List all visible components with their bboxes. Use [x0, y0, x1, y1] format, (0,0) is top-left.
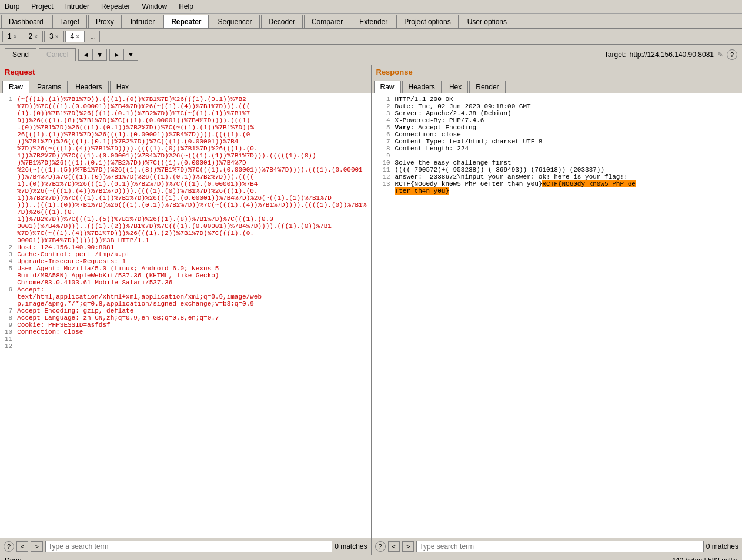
target-url: http://124.156.140.90:8081 — [630, 51, 714, 59]
table-row: 13 RCTF{NO60dy_kn0w5_PhP_6eTter_th4n_y0u… — [374, 180, 740, 195]
session-label-1: 1 — [8, 32, 12, 41]
status-right: 440 bytes | 582 millis — [671, 556, 737, 560]
status-bar: Done 440 bytes | 582 millis — [0, 555, 742, 560]
request-search-help[interactable]: ? — [4, 541, 14, 552]
tab-decoder[interactable]: Decoder — [261, 15, 303, 28]
request-tabs: Raw Params Headers Hex — [0, 79, 371, 93]
response-content[interactable]: 1 HTTP/1.1 200 OK 2 Date: Tue, 02 Jun 20… — [372, 93, 743, 538]
session-label-3: 3 — [49, 32, 54, 41]
forward-button[interactable]: ► — [110, 49, 124, 60]
request-tab-hex[interactable]: Hex — [110, 81, 135, 93]
tab-user-options[interactable]: User options — [460, 15, 514, 28]
nav-buttons: ◄ ▼ — [78, 49, 107, 61]
session-close-2[interactable]: × — [34, 33, 38, 40]
request-search-prev[interactable]: < — [16, 541, 28, 552]
request-search-next[interactable]: > — [31, 541, 42, 552]
session-tab-4[interactable]: 4 × — [65, 31, 85, 42]
response-search-next[interactable]: > — [402, 541, 414, 552]
menu-burp[interactable]: Burp — [2, 1, 22, 12]
request-matches: 0 matches — [335, 542, 367, 551]
table-row: 9 — [374, 152, 740, 159]
table-row: 10 Connection: close — [2, 328, 369, 336]
tab-extender[interactable]: Extender — [352, 15, 395, 28]
request-tab-raw[interactable]: Raw — [2, 81, 29, 93]
back-button[interactable]: ◄ — [79, 49, 93, 60]
request-tab-headers[interactable]: Headers — [69, 81, 108, 93]
table-row: 6 Accept: text/html,application/xhtml+xm… — [2, 286, 369, 307]
response-search-help[interactable]: ? — [375, 541, 386, 552]
tab-project-options[interactable]: Project options — [396, 15, 458, 28]
toolbar: Send Cancel ◄ ▼ ► ▼ Target: http://124.1… — [0, 45, 742, 65]
response-tab-headers[interactable]: Headers — [402, 81, 442, 93]
response-tab-render[interactable]: Render — [469, 81, 505, 93]
table-row: 12 — [2, 343, 369, 350]
request-search-bar: ? < > 0 matches — [0, 538, 371, 555]
tab-comparer[interactable]: Comparer — [304, 15, 350, 28]
table-row: 11 — [2, 336, 369, 343]
session-label-2: 2 — [29, 32, 33, 41]
tab-repeater[interactable]: Repeater — [163, 15, 209, 28]
table-row: 12 answer: –2338672\ninput your answer: … — [374, 173, 740, 180]
menu-intruder[interactable]: Intruder — [63, 1, 92, 12]
table-row: 5 Vary: Accept-Encoding — [374, 124, 740, 131]
main-tabs: Dashboard Target Proxy Intruder Repeater… — [0, 14, 742, 29]
table-row: 8 Content-Length: 224 — [374, 145, 740, 152]
response-tab-hex[interactable]: Hex — [443, 81, 468, 93]
tab-target[interactable]: Target — [52, 15, 87, 28]
response-panel: Response Raw Headers Hex Render 1 HTTP/1… — [372, 65, 743, 555]
session-close-1[interactable]: × — [14, 33, 17, 40]
response-search-bar: ? < > 0 matches — [372, 538, 743, 555]
table-row: 2 Date: Tue, 02 Jun 2020 09:18:00 GMT — [374, 103, 740, 110]
tab-dashboard[interactable]: Dashboard — [1, 15, 51, 28]
response-search-input[interactable] — [416, 541, 703, 552]
menu-repeater[interactable]: Repeater — [99, 1, 132, 12]
forward-buttons: ► ▼ — [109, 49, 138, 61]
response-tabs: Raw Headers Hex Render — [372, 79, 743, 93]
menu-project[interactable]: Project — [29, 1, 55, 12]
response-tab-raw[interactable]: Raw — [374, 81, 401, 93]
menu-help[interactable]: Help — [176, 1, 196, 12]
status-left: Done — [5, 556, 22, 560]
tab-proxy[interactable]: Proxy — [88, 15, 122, 28]
table-row: 8 Accept-Language: zh-CN,zh;q=0.9,en-GB;… — [2, 314, 369, 321]
tab-intruder[interactable]: Intruder — [123, 15, 162, 28]
session-tab-2[interactable]: 2 × — [24, 31, 44, 42]
response-matches: 0 matches — [706, 542, 738, 551]
table-row: 10 Solve the easy challenge first — [374, 159, 740, 166]
request-panel: Request Raw Params Headers Hex 1 (~(((1)… — [0, 65, 372, 555]
table-row: 2 Host: 124.156.140.90:8081 — [2, 244, 369, 251]
table-row: 4 Upgrade-Insecure-Requests: 1 — [2, 258, 369, 265]
table-row: 7 Content-Type: text/html; charset=UTF-8 — [374, 138, 740, 145]
table-row: 6 Connection: close — [374, 131, 740, 138]
table-row: 4 X-Powered-By: PHP/7.4.6 — [374, 117, 740, 124]
request-search-input[interactable] — [45, 541, 332, 552]
session-tab-1[interactable]: 1 × — [2, 31, 22, 42]
session-more[interactable]: ... — [86, 31, 100, 42]
main-content: Request Raw Params Headers Hex 1 (~(((1)… — [0, 65, 742, 555]
session-label-4: 4 — [71, 32, 75, 41]
request-content[interactable]: 1 (~(((1).(1))%7B1%7D)).(((1).(0))%7B1%7… — [0, 93, 371, 538]
tab-sequencer[interactable]: Sequencer — [210, 15, 259, 28]
menu-window[interactable]: Window — [139, 1, 169, 12]
response-code: 1 HTTP/1.1 200 OK 2 Date: Tue, 02 Jun 20… — [374, 96, 740, 195]
table-row: 5 User-Agent: Mozilla/5.0 (Linux; Androi… — [2, 265, 369, 286]
request-body: 1 (~(((1).(1))%7B1%7D)).(((1).(0))%7B1%7… — [0, 93, 371, 538]
table-row: 1 HTTP/1.1 200 OK — [374, 96, 740, 103]
table-row: 11 ((((–790572)+(–953238))–(–369493))–(7… — [374, 166, 740, 173]
table-row: 9 Cookie: PHPSESSID=asfdsf — [2, 321, 369, 328]
table-row: 1 (~(((1).(1))%7B1%7D)).(((1).(0))%7B1%7… — [2, 96, 369, 244]
request-header: Request — [0, 65, 371, 79]
edit-target-icon[interactable]: ✎ — [717, 51, 723, 59]
session-tab-3[interactable]: 3 × — [44, 31, 64, 42]
back-dropdown[interactable]: ▼ — [93, 49, 106, 60]
request-code: 1 (~(((1).(1))%7B1%7D)).(((1).(0))%7B1%7… — [2, 96, 369, 350]
session-close-4[interactable]: × — [76, 33, 79, 40]
response-search-prev[interactable]: < — [388, 541, 400, 552]
send-button[interactable]: Send — [5, 48, 36, 61]
table-row: 3 Cache-Control: perl /tmp/a.pl — [2, 251, 369, 258]
help-icon[interactable]: ? — [727, 49, 737, 60]
request-tab-params[interactable]: Params — [31, 81, 68, 93]
session-close-3[interactable]: × — [55, 33, 59, 40]
cancel-button[interactable]: Cancel — [39, 48, 76, 61]
forward-dropdown[interactable]: ▼ — [124, 49, 138, 60]
